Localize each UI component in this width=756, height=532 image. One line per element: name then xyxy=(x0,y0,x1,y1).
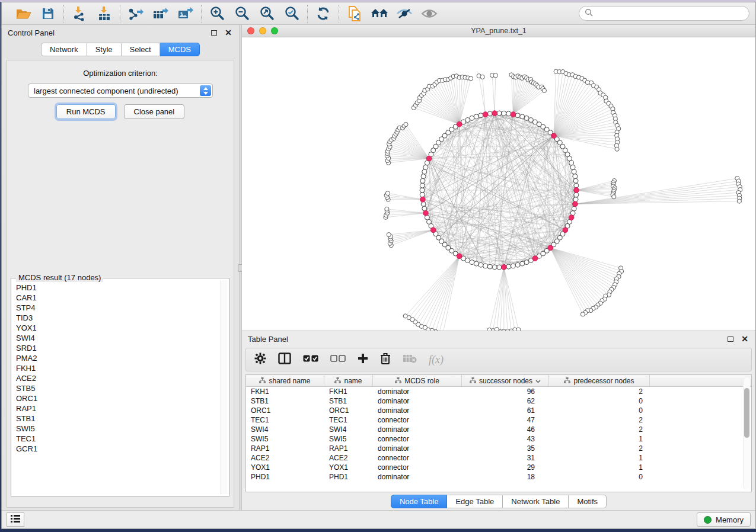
mcds-result-item[interactable]: PMA2 xyxy=(16,353,221,363)
footer-tab-motifs[interactable]: Motifs xyxy=(569,495,607,508)
network-canvas[interactable] xyxy=(242,37,755,331)
network-node[interactable] xyxy=(427,219,432,224)
table-row[interactable]: SWI4SWI4dominator462 xyxy=(246,425,751,434)
close-panel-button[interactable]: ✕ xyxy=(224,28,233,37)
network-node[interactable] xyxy=(572,206,576,211)
network-node[interactable] xyxy=(487,111,492,116)
footer-tab-edge-table[interactable]: Edge Table xyxy=(447,495,503,508)
table-row[interactable]: SWI5SWI5connector431 xyxy=(246,434,751,444)
network-node[interactable] xyxy=(515,262,520,267)
export-table-button[interactable] xyxy=(150,5,171,23)
deselect-all-button[interactable] xyxy=(330,354,346,365)
open-session-button[interactable] xyxy=(12,5,34,23)
network-leaf-node[interactable] xyxy=(493,73,497,78)
mcds-result-list[interactable]: PHD1CAR1STP4TID3YOX1SWI4SRD1PMA2FKH1ACE2… xyxy=(13,280,221,494)
column-header-MCDS-role[interactable]: MCDS role xyxy=(373,375,462,386)
network-leaf-node[interactable] xyxy=(404,122,408,126)
search-input[interactable] xyxy=(596,9,744,18)
network-node[interactable] xyxy=(470,116,474,120)
export-image-button[interactable] xyxy=(175,5,196,23)
network-window-titlebar[interactable]: YPA_prune.txt_1 xyxy=(242,25,755,37)
network-hub-node[interactable] xyxy=(532,256,538,261)
export-network-button[interactable] xyxy=(125,5,146,23)
table-row[interactable]: PHD1PHD1dominator180 xyxy=(246,472,751,482)
mcds-result-item[interactable]: GCR1 xyxy=(16,444,221,454)
network-node[interactable] xyxy=(502,111,506,116)
first-neighbors-button[interactable] xyxy=(369,5,390,23)
table-row[interactable]: ACE2ACE2connector311 xyxy=(246,453,751,463)
network-node[interactable] xyxy=(422,169,427,174)
network-leaf-node[interactable] xyxy=(502,329,506,331)
table-settings-button[interactable] xyxy=(254,352,266,367)
network-node[interactable] xyxy=(574,183,579,188)
mcds-result-item[interactable]: SWI4 xyxy=(16,333,221,343)
network-node[interactable] xyxy=(574,193,579,197)
mcds-result-item[interactable]: FKH1 xyxy=(16,363,221,373)
table-row[interactable]: RAP1RAP1dominator352 xyxy=(246,444,751,453)
table-row[interactable]: STB1STB1dominator620 xyxy=(246,396,751,406)
network-node[interactable] xyxy=(520,114,525,119)
network-node[interactable] xyxy=(420,188,425,193)
network-node[interactable] xyxy=(483,264,488,268)
zoom-in-button[interactable] xyxy=(206,5,228,23)
network-leaf-node[interactable] xyxy=(612,195,616,199)
network-leaf-node[interactable] xyxy=(387,233,391,237)
table-row[interactable]: FKH1FKH1dominator962 xyxy=(246,387,751,396)
network-node[interactable] xyxy=(479,113,483,118)
network-node[interactable] xyxy=(570,165,575,169)
show-hide-columns-button[interactable] xyxy=(278,352,291,367)
hide-selected-button[interactable] xyxy=(394,5,415,23)
task-history-button[interactable] xyxy=(7,512,24,527)
zoom-fit-button[interactable] xyxy=(256,5,277,23)
network-node[interactable] xyxy=(572,169,576,174)
network-node[interactable] xyxy=(506,111,511,116)
network-hub-node[interactable] xyxy=(420,197,426,202)
network-leaf-node[interactable] xyxy=(385,191,390,196)
zoom-out-button[interactable] xyxy=(231,5,253,23)
network-node[interactable] xyxy=(421,201,426,206)
result-scrollbar[interactable] xyxy=(221,280,227,494)
network-node[interactable] xyxy=(515,113,520,118)
network-node[interactable] xyxy=(524,116,529,120)
mcds-result-item[interactable]: ORC1 xyxy=(16,393,221,403)
close-table-panel-button[interactable]: ✕ xyxy=(740,334,749,344)
network-node[interactable] xyxy=(465,118,470,123)
network-node[interactable] xyxy=(422,206,427,211)
column-header-successor-nodes[interactable]: successor nodes xyxy=(462,375,549,386)
minimize-window-icon[interactable] xyxy=(259,27,266,34)
mcds-result-item[interactable]: PHD1 xyxy=(16,283,221,293)
network-hub-node[interactable] xyxy=(457,254,462,259)
tab-style[interactable]: Style xyxy=(87,43,122,56)
network-node[interactable] xyxy=(487,264,492,269)
footer-tab-network-table[interactable]: Network Table xyxy=(503,495,569,508)
memory-button[interactable]: Memory xyxy=(697,512,751,527)
mcds-result-item[interactable]: YOX1 xyxy=(16,323,221,333)
network-hub-node[interactable] xyxy=(551,133,557,139)
network-leaf-node[interactable] xyxy=(480,75,484,79)
table-row[interactable]: YOX1YOX1connector291 xyxy=(246,463,751,472)
network-node[interactable] xyxy=(520,261,525,266)
network-hub-node[interactable] xyxy=(563,227,568,233)
network-leaf-node[interactable] xyxy=(542,88,546,92)
save-session-button[interactable] xyxy=(37,5,59,23)
scrollbar-thumb[interactable] xyxy=(744,388,749,438)
network-hub-node[interactable] xyxy=(426,156,432,161)
network-node[interactable] xyxy=(573,197,578,202)
network-hub-node[interactable] xyxy=(574,188,579,193)
mcds-result-item[interactable]: SWI5 xyxy=(16,424,221,434)
show-all-button[interactable] xyxy=(419,5,440,23)
network-hub-node[interactable] xyxy=(511,112,516,117)
select-all-button[interactable] xyxy=(303,354,318,365)
network-node[interactable] xyxy=(479,262,483,267)
mcds-result-item[interactable]: TEC1 xyxy=(16,434,221,444)
import-table-button[interactable] xyxy=(94,5,115,23)
network-graph[interactable] xyxy=(242,37,755,331)
create-column-button[interactable] xyxy=(358,353,368,366)
network-leaf-node[interactable] xyxy=(615,147,619,151)
network-node[interactable] xyxy=(569,161,574,165)
network-node[interactable] xyxy=(423,165,428,169)
mcds-result-item[interactable]: STB1 xyxy=(16,414,221,424)
mcds-result-item[interactable]: TID3 xyxy=(16,313,221,323)
zoom-selected-button[interactable] xyxy=(281,5,302,23)
maximize-window-icon[interactable] xyxy=(271,27,278,34)
